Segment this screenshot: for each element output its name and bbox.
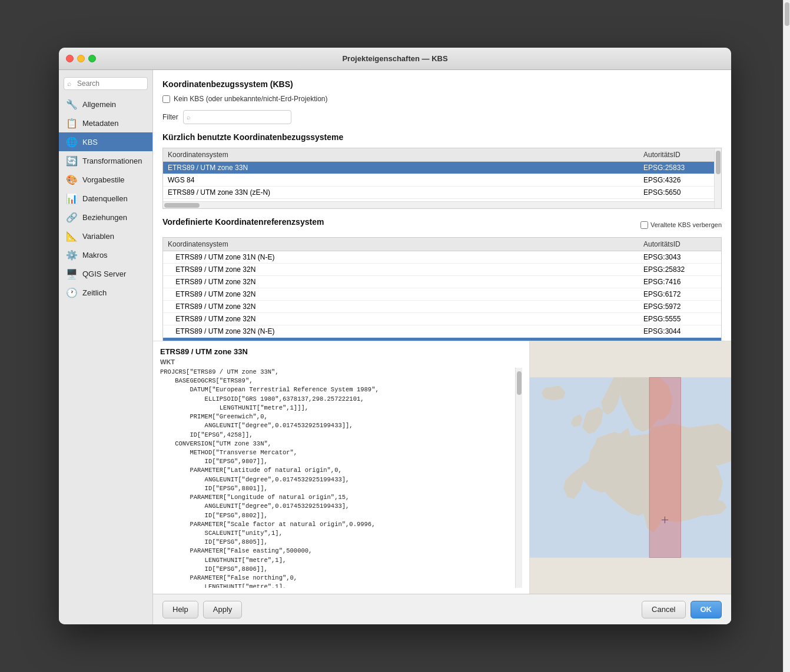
sidebar-item-beziehungen[interactable]: 🔗 Beziehungen — [59, 208, 152, 227]
svg-rect-2 — [649, 377, 681, 557]
table-row[interactable]: ETRS89 / UTM zone 32NEPSG:7416 — [163, 276, 721, 288]
sidebar-item-transformationen[interactable]: 🔄 Transformationen — [59, 151, 152, 170]
recent-table-container: Koordinatensystem AutoritätsID ETRS89 / … — [162, 148, 722, 209]
sidebar-item-vorgabestile[interactable]: 🎨 Vorgabestile — [59, 170, 152, 189]
sidebar-item-label: Beziehungen — [82, 213, 127, 222]
crs-name: ETRS89 / UTM zone 32N — [163, 288, 639, 301]
sidebar-item-label: Metadaten — [82, 119, 118, 128]
sidebar-item-allgemein[interactable]: 🔧 Allgemein — [59, 95, 152, 114]
ok-button[interactable]: OK — [691, 601, 722, 618]
sidebar-search-container: ⌕ — [59, 75, 152, 95]
recent-v-scrollbar-thumb — [716, 151, 721, 174]
crs-name: ETRS89 / UTM zone 32N — [163, 264, 639, 276]
maximize-button[interactable] — [88, 55, 96, 62]
titlebar: Projekteigenschaften — KBS — [59, 48, 731, 70]
window-title: Projekteigenschaften — KBS — [342, 54, 447, 63]
kbs-section-title: Koordinatenbezugssystem (KBS) — [162, 79, 722, 89]
filter-input[interactable] — [183, 110, 291, 124]
crs-name: ETRS89 / UTM zone 32N — [163, 313, 639, 325]
table-row[interactable]: ETRS89 / UTM zone 31N (N-E)EPSG:3043 — [163, 251, 721, 264]
table-row[interactable]: ETRS89 / UTM zone 33N (zE-N)EPSG:5650 — [163, 187, 721, 199]
sidebar-item-datenquellen[interactable]: 📊 Datenquellen — [59, 189, 152, 208]
recent-col-koordinatensystem: Koordinatensystem — [163, 148, 639, 162]
recent-table: Koordinatensystem AutoritätsID ETRS89 / … — [163, 148, 721, 201]
metadaten-icon: 📋 — [66, 117, 78, 129]
bottom-split: ETRS89 / UTM zone 33N WKT PROJCRS["ETRS8… — [153, 341, 731, 594]
search-icon: ⌕ — [67, 79, 71, 88]
footer: Help Apply Cancel OK — [153, 594, 731, 624]
qgis-server-icon: 🖥️ — [66, 268, 78, 280]
zeitlich-icon: 🕐 — [66, 287, 78, 298]
kbs-icon: 🌐 — [66, 136, 78, 148]
datenquellen-icon: 📊 — [66, 192, 78, 204]
sidebar-item-label: Vorgabestile — [82, 175, 125, 184]
table-row[interactable]: WGS 84EPSG:4326 — [163, 174, 721, 187]
predef-table: Koordinatensystem AutoritätsID ETRS89 / … — [163, 238, 721, 341]
close-button[interactable] — [66, 55, 74, 62]
sidebar-item-metadaten[interactable]: 📋 Metadaten — [59, 114, 152, 132]
sidebar-item-label: Transformationen — [82, 157, 142, 165]
predef-table-container: Koordinatensystem AutoritätsID ETRS89 / … — [162, 237, 722, 341]
footer-left: Help Apply — [162, 601, 242, 618]
sidebar-item-zeitlich[interactable]: 🕐 Zeitlich — [59, 283, 152, 302]
wkt-scrollbar[interactable] — [515, 368, 522, 588]
no-kbs-label: Kein KBS (oder unbekannte/nicht-Erd-Proj… — [174, 95, 327, 103]
hide-deprecated-checkbox[interactable] — [640, 221, 648, 229]
help-button[interactable]: Help — [162, 601, 198, 618]
recent-section-title: Kürzlich benutzte Koordinatenbezugssyste… — [162, 132, 722, 142]
recent-h-scrollbar[interactable] — [163, 201, 721, 208]
crs-id: EPSG:5555 — [639, 313, 721, 325]
variablen-icon: 📐 — [66, 230, 78, 242]
wkt-scrollbar-thumb — [517, 371, 522, 395]
sidebar-item-label: Zeitlich — [82, 288, 107, 297]
crs-id: EPSG:4326 — [639, 174, 721, 187]
crs-name: ETRS89 / UTM zone 32N (N-E) — [163, 325, 639, 338]
predef-header: Vordefinierte Koordinatenreferenzsystem … — [162, 217, 722, 232]
wkt-code: PROJCRS["ETRS89 / UTM zone 33N", BASEGEO… — [160, 368, 515, 588]
predef-col-autoritaetsid: AutoritätsID — [639, 238, 721, 251]
crs-id: EPSG:3044 — [639, 325, 721, 338]
sidebar-search-input[interactable] — [64, 77, 148, 90]
sidebar-item-kbs[interactable]: 🌐 KBS — [59, 132, 152, 151]
crs-name: ETRS89 / UTM zone 31N (N-E) — [163, 251, 639, 264]
crs-id: EPSG:3043 — [639, 251, 721, 264]
main-window: Projekteigenschaften — KBS ⌕ 🔧 Allgemein… — [59, 48, 731, 624]
hide-deprecated-row: Veraltete KBS verbergen — [640, 221, 722, 229]
table-row[interactable]: ETRS89 / UTM zone 32NEPSG:6172 — [163, 288, 721, 301]
crs-id: EPSG:6172 — [639, 288, 721, 301]
map-svg — [530, 341, 731, 594]
cancel-button[interactable]: Cancel — [642, 601, 685, 618]
sidebar-item-label: KBS — [82, 138, 98, 147]
wkt-panel: ETRS89 / UTM zone 33N WKT PROJCRS["ETRS8… — [153, 341, 530, 594]
content-scroll: Koordinatenbezugssystem (KBS) Kein KBS (… — [153, 70, 731, 341]
content-area: Koordinatenbezugssystem (KBS) Kein KBS (… — [153, 70, 731, 624]
recent-v-scrollbar[interactable] — [714, 148, 721, 208]
crs-id: EPSG:5972 — [639, 301, 721, 313]
map-panel — [530, 341, 731, 594]
predef-col-koordinatensystem: Koordinatensystem — [163, 238, 639, 251]
sidebar-item-makros[interactable]: ⚙️ Makros — [59, 245, 152, 264]
table-row[interactable]: ETRS89 / UTM zone 32NEPSG:5555 — [163, 313, 721, 325]
crs-name: ETRS89 / UTM zone 33N (zE-N) — [163, 187, 639, 199]
table-row[interactable]: ETRS89 / UTM zone 32NEPSG:5972 — [163, 301, 721, 313]
recent-h-scrollbar-thumb — [164, 203, 200, 208]
footer-right: Cancel OK — [642, 601, 722, 618]
minimize-button[interactable] — [77, 55, 85, 62]
crs-name: ETRS89 / UTM zone 32N — [163, 301, 639, 313]
sidebar-item-variablen[interactable]: 📐 Variablen — [59, 227, 152, 245]
sidebar: ⌕ 🔧 Allgemein 📋 Metadaten 🌐 KBS 🔄 Transf… — [59, 70, 153, 624]
sidebar-item-label: Makros — [82, 251, 108, 260]
crs-id: EPSG:7416 — [639, 276, 721, 288]
sidebar-item-label: QGIS Server — [82, 270, 126, 278]
crs-name: ETRS89 / UTM zone 32N — [163, 276, 639, 288]
transformationen-icon: 🔄 — [66, 155, 78, 167]
no-kbs-row: Kein KBS (oder unbekannte/nicht-Erd-Proj… — [162, 95, 722, 103]
sidebar-item-qgis-server[interactable]: 🖥️ QGIS Server — [59, 264, 152, 283]
no-kbs-checkbox[interactable] — [162, 95, 170, 103]
table-row[interactable]: ETRS89 / UTM zone 33NEPSG:25833 — [163, 162, 721, 174]
predef-table-scroll[interactable]: Koordinatensystem AutoritätsID ETRS89 / … — [163, 238, 721, 341]
apply-button[interactable]: Apply — [203, 601, 243, 618]
table-row[interactable]: ETRS89 / UTM zone 32NEPSG:25832 — [163, 264, 721, 276]
crs-id: EPSG:5650 — [639, 187, 721, 199]
table-row[interactable]: ETRS89 / UTM zone 32N (N-E)EPSG:3044 — [163, 325, 721, 338]
